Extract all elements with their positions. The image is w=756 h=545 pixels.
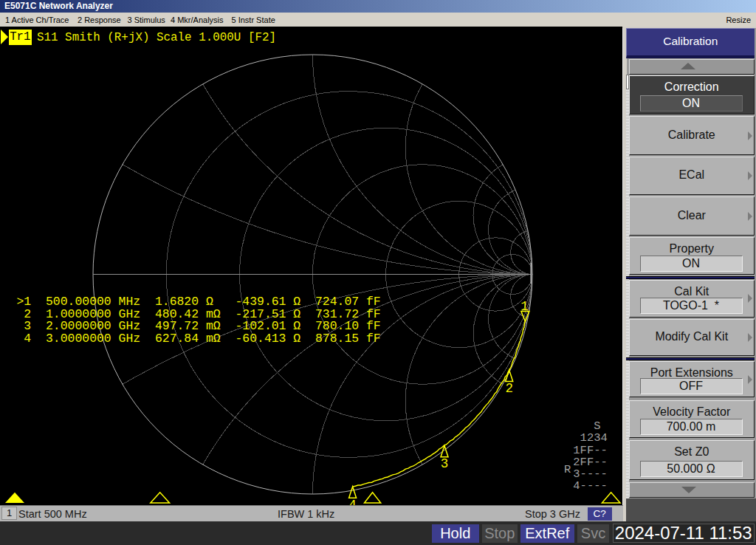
svg-text:1: 1 (520, 299, 529, 314)
svg-text:4: 4 (348, 498, 357, 505)
svg-text:3: 3 (441, 456, 449, 471)
svg-text:2: 2 (505, 381, 513, 396)
